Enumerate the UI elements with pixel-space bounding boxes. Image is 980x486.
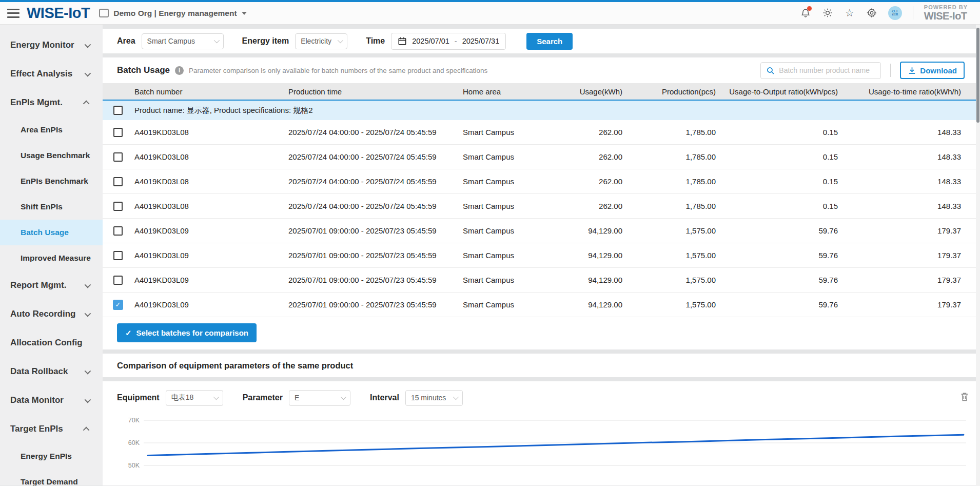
column-header-production-time: Production time (287, 87, 462, 96)
sidebar-item-data-monitor[interactable]: Data Monitor (0, 386, 103, 415)
favorite-star-icon[interactable]: ☆ (844, 7, 855, 18)
row-checkbox[interactable] (113, 251, 123, 260)
table-row: ✓A4019KD03L092025/07/01 09:00:00 - 2025/… (103, 293, 980, 317)
sidebar-item-energy-enpis[interactable]: Energy EnPIs (0, 443, 103, 469)
cell-batch: A4019KD03L09 (133, 251, 287, 260)
table-row: A4019KD03L082025/07/24 04:00:00 - 2025/0… (103, 194, 980, 219)
cell-area: Smart Campus (462, 152, 539, 161)
cell-usage: 94,129.00 (539, 251, 623, 260)
search-button[interactable]: Search (526, 33, 573, 50)
cell-time: 2025/07/24 04:00:00 - 2025/07/24 05:45:5… (287, 152, 462, 161)
cell-time: 2025/07/24 04:00:00 - 2025/07/24 05:45:5… (287, 177, 462, 186)
sidebar-item-auto-recording[interactable]: Auto Recording (0, 300, 103, 328)
sidebar-item-usage-benchmark[interactable]: Usage Benchmark (0, 143, 103, 168)
settings-gear-icon[interactable] (866, 7, 877, 18)
table-row: A4019KD03L092025/07/01 09:00:00 - 2025/0… (103, 243, 980, 268)
parameter-select[interactable]: E (289, 390, 350, 406)
chevron-down-icon (213, 394, 219, 400)
sidebar-item-effect-analysis[interactable]: Effect Analysis (0, 60, 103, 88)
notification-bell-icon[interactable] (800, 7, 811, 18)
cell-usage: 94,129.00 (539, 226, 623, 235)
batch-usage-panel: Batch Usage i Parameter comparison is on… (103, 57, 980, 349)
sidebar-item-data-rollback[interactable]: Data Rollback (0, 357, 103, 386)
check-icon: ✓ (125, 328, 132, 338)
sidebar-item-allocation-config[interactable]: Allocation Config (0, 328, 103, 357)
row-checkbox[interactable] (113, 202, 123, 211)
calendar-icon (398, 36, 407, 46)
table-header-row: Batch numberProduction timeHome areaUsag… (103, 83, 980, 101)
cell-time: 2025/07/01 09:00:00 - 2025/07/23 05:45:5… (287, 300, 462, 309)
download-button[interactable]: Download (900, 62, 965, 79)
row-checkbox[interactable] (113, 152, 123, 162)
date-range-picker[interactable]: 2025/07/01 - 2025/07/31 (391, 33, 506, 50)
column-header-usage-to-output-ratio-kwh-pcs: Usage-to-Output ratio(kWh/pcs) (717, 87, 839, 96)
header-divider (913, 6, 913, 20)
equipment-panel: Equipment 电表18 Parameter E Interval 15 m… (103, 381, 980, 485)
row-checkbox[interactable] (113, 177, 123, 186)
group-checkbox[interactable] (113, 106, 123, 115)
parameter-chart: 50K60K70K (117, 412, 970, 480)
equipment-label: Equipment (117, 393, 160, 402)
row-checkbox[interactable] (113, 226, 123, 236)
sidebar-item-report-mgmt[interactable]: Report Mgmt. (0, 271, 103, 300)
sidebar-item-target-enpis[interactable]: Target EnPIs (0, 415, 103, 443)
org-icon (99, 9, 109, 17)
table-row: A4019KD03L082025/07/24 04:00:00 - 2025/0… (103, 169, 980, 194)
interval-select[interactable]: 15 minutes (405, 390, 463, 406)
search-icon (766, 66, 775, 75)
cell-area: Smart Campus (462, 177, 539, 186)
table-body: A4019KD03L082025/07/24 04:00:00 - 2025/0… (103, 120, 980, 317)
cell-batch: A4019KD03L09 (133, 300, 287, 309)
sidebar-item-label: Data Monitor (10, 395, 85, 405)
org-selector[interactable]: Demo Org | Energy management (113, 9, 237, 18)
sidebar-item-energy-monitor[interactable]: Energy Monitor (0, 31, 103, 60)
cell-ratio_time: 179.37 (839, 300, 962, 309)
sidebar-item-area-enpis[interactable]: Area EnPIs (0, 117, 103, 143)
delete-trash-icon[interactable] (959, 392, 970, 404)
brightness-icon[interactable] (822, 7, 833, 18)
cell-ratio_time: 179.37 (839, 276, 962, 284)
row-checkbox[interactable]: ✓ (113, 300, 123, 310)
cell-production: 1,785.00 (623, 177, 717, 186)
cell-ratio_output: 59.76 (717, 276, 839, 284)
cell-ratio_time: 148.33 (839, 152, 962, 161)
energy-item-select[interactable]: Electricity (295, 33, 347, 49)
row-checkbox[interactable] (113, 276, 123, 285)
batch-search-input[interactable] (779, 66, 875, 74)
user-avatar[interactable]: 温 (888, 6, 902, 20)
sidebar-item-batch-usage[interactable]: Batch Usage (0, 220, 103, 245)
column-header-usage-to-time-ratio-kwh-h: Usage-to-time ratio(kWh/h) (839, 87, 962, 96)
chevron-down-icon (338, 37, 343, 43)
chevron-down-icon (213, 37, 219, 43)
hamburger-menu-icon[interactable] (7, 9, 19, 18)
cell-time: 2025/07/01 09:00:00 - 2025/07/23 05:45:5… (287, 226, 462, 235)
sidebar-item-improved-measure[interactable]: Improved Measure (0, 245, 103, 271)
sidebar-item-shift-enpis[interactable]: Shift EnPIs (0, 194, 103, 220)
cell-usage: 262.00 (539, 202, 623, 210)
equipment-select[interactable]: 电表18 (166, 390, 223, 406)
sidebar-item-label: Energy Monitor (10, 40, 85, 50)
scrollbar-thumb[interactable] (976, 28, 979, 123)
chevron-down-icon (85, 396, 91, 403)
sidebar-item-label: Target EnPIs (10, 424, 85, 434)
cell-usage: 262.00 (539, 128, 623, 137)
area-select[interactable]: Smart Campus (142, 33, 224, 49)
cell-ratio_time: 179.37 (839, 226, 962, 235)
svg-text:60K: 60K (128, 439, 140, 446)
sidebar-item-target-demand[interactable]: Target Demand (0, 469, 103, 485)
info-icon: i (175, 66, 184, 75)
cell-production: 1,785.00 (623, 152, 717, 161)
comparison-title: Comparison of equipment parameters of th… (117, 361, 353, 371)
sidebar-item-label: Data Rollback (10, 366, 85, 377)
toolbar-divider (890, 64, 891, 77)
sidebar-item-enpis-mgmt[interactable]: EnPIs Mgmt. (0, 88, 103, 117)
chevron-down-icon (85, 70, 91, 76)
table-row: A4019KD03L092025/07/01 09:00:00 - 2025/0… (103, 219, 980, 243)
org-caret-down-icon[interactable] (242, 12, 247, 15)
cell-ratio_time: 179.37 (839, 251, 962, 260)
row-checkbox[interactable] (113, 128, 123, 137)
select-batches-button[interactable]: ✓ Select batches for comparison (117, 323, 257, 342)
cell-ratio_output: 0.15 (717, 202, 839, 210)
sidebar-item-enpis-benchmark[interactable]: EnPIs Benchmark (0, 168, 103, 194)
cell-area: Smart Campus (462, 202, 539, 210)
